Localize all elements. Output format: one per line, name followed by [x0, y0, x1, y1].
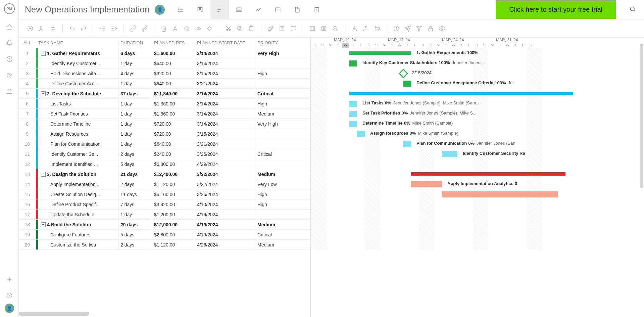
attachment-icon[interactable]: [265, 23, 276, 34]
task-row[interactable]: 16 Define Product Specif... 7 days $3,92…: [19, 199, 310, 210]
task-row[interactable]: 20 Customize the Softwa 2 days $1,120.00…: [19, 240, 310, 250]
task-row[interactable]: 6 List Tasks 1 day $1,360.00 3/14/2024 H…: [19, 99, 310, 109]
grid-icon[interactable]: [318, 23, 329, 34]
export-icon[interactable]: [360, 23, 371, 34]
gantt-task-bar[interactable]: [403, 81, 411, 87]
column-start-date[interactable]: PLANNED START DATE: [195, 40, 255, 45]
task-row[interactable]: 1 −1. Gather Requirements 6 days $1,600.…: [19, 48, 310, 58]
clock-icon[interactable]: [3, 52, 16, 66]
task-row[interactable]: 11 Identify Customer Se... 2 days $240.0…: [19, 149, 310, 159]
gantt-task-bar[interactable]: [349, 111, 357, 117]
task-row[interactable]: 18 −4.Build the Solution 20 days $12,000…: [19, 220, 310, 230]
bell-icon[interactable]: [3, 36, 16, 50]
gantt-task-bar[interactable]: [357, 131, 365, 137]
user-avatar[interactable]: 👤: [5, 304, 14, 313]
cut-icon[interactable]: [223, 23, 234, 34]
task-row[interactable]: 12 Implement Identified ... 5 days $6,80…: [19, 159, 310, 169]
collapse-toggle[interactable]: −: [41, 222, 46, 227]
task-row[interactable]: 19 Configure Features 5 days $2,800.00 4…: [19, 230, 310, 240]
column-duration[interactable]: DURATION: [118, 40, 152, 45]
comment-icon[interactable]: [288, 23, 299, 34]
gantt-task-bar[interactable]: [349, 101, 357, 107]
task-row[interactable]: 9 Assign Resources 1 day $720.00 3/15/20…: [19, 129, 310, 139]
redo-icon[interactable]: [78, 23, 89, 34]
print-icon[interactable]: [372, 23, 383, 34]
task-row[interactable]: 2 Identify Key Customer... 1 day $640.00…: [19, 58, 310, 69]
collapse-toggle[interactable]: −: [41, 172, 46, 177]
paste-icon[interactable]: [246, 23, 257, 34]
vertical-scrollbar[interactable]: [640, 44, 643, 188]
gantt-task-bar[interactable]: [442, 191, 558, 197]
gantt-summary-bar[interactable]: [349, 92, 573, 95]
task-row[interactable]: 3 Hold Discussions with... 4 days $320.0…: [19, 69, 310, 79]
gantt-view-tab[interactable]: [210, 0, 229, 19]
fill-color-icon[interactable]: [181, 23, 192, 34]
zoom-icon[interactable]: [330, 23, 341, 34]
milestone-icon[interactable]: [204, 23, 215, 34]
gantt-summary-bar[interactable]: [349, 51, 411, 55]
plus-icon[interactable]: [3, 273, 16, 286]
horizontal-scrollbar[interactable]: [19, 312, 89, 316]
collapse-toggle[interactable]: −: [41, 91, 46, 96]
lock-icon[interactable]: [425, 23, 436, 34]
team-icon[interactable]: [3, 69, 16, 82]
gantt-task-bar[interactable]: [411, 181, 442, 187]
project-owner-avatar[interactable]: 👤: [155, 5, 165, 15]
task-row[interactable]: 14 Apply Implementation... 2 days $1,120…: [19, 179, 310, 189]
info-icon[interactable]: [391, 23, 402, 34]
gantt-milestone[interactable]: [399, 69, 408, 78]
column-all[interactable]: ALL: [19, 40, 36, 45]
task-row[interactable]: 7 Set Task Priorities 1 day $1,360.00 3/…: [19, 109, 310, 119]
column-name[interactable]: TASK NAME: [36, 40, 118, 45]
unlink-icon[interactable]: [139, 23, 150, 34]
import-icon[interactable]: [349, 23, 360, 34]
link-icon[interactable]: [128, 23, 139, 34]
undo-icon[interactable]: [67, 23, 78, 34]
filter-icon[interactable]: [414, 23, 425, 34]
font-icon[interactable]: [170, 23, 181, 34]
task-row[interactable]: 13 −3. Design the Solution 21 days $12,4…: [19, 169, 310, 179]
gantt-task-bar[interactable]: [403, 141, 411, 147]
assign-icon[interactable]: [36, 23, 47, 34]
note-icon[interactable]: [277, 23, 287, 34]
app-logo[interactable]: PM: [4, 3, 15, 14]
gantt-task-bar[interactable]: [442, 151, 457, 157]
calendar-view-tab[interactable]: [268, 0, 288, 19]
svg-rect-67: [363, 30, 368, 31]
briefcase-icon[interactable]: [3, 85, 16, 98]
list-view-tab[interactable]: [171, 0, 190, 19]
sync-icon[interactable]: [48, 23, 58, 34]
board-view-tab[interactable]: [190, 0, 210, 19]
sheet-view-tab[interactable]: [229, 0, 249, 19]
send-icon[interactable]: [402, 23, 413, 34]
numbering-icon[interactable]: 123: [193, 23, 203, 34]
dashboard-view-tab[interactable]: [249, 0, 268, 19]
task-row[interactable]: 17 Update the Schedule 1 day $1,200.00 4…: [19, 210, 310, 220]
column-resources[interactable]: PLANNED RES...: [152, 40, 195, 45]
help-icon[interactable]: [3, 289, 16, 302]
task-row[interactable]: 4 Define Customer Acc... 1 day $640.00 3…: [19, 79, 310, 89]
gantt-task-bar[interactable]: [349, 60, 357, 66]
columns-icon[interactable]: [307, 23, 318, 34]
file-view-tab[interactable]: [288, 0, 307, 19]
indent-icon[interactable]: [109, 23, 119, 34]
settings-icon[interactable]: [437, 23, 447, 34]
trash-icon[interactable]: [158, 23, 169, 34]
risk-view-tab[interactable]: [307, 0, 327, 19]
svg-line-63: [336, 30, 338, 31]
gantt-task-bar[interactable]: [349, 121, 357, 127]
column-priority[interactable]: PRIORITY: [255, 40, 292, 45]
task-row[interactable]: 8 Determine Timeline 1 day $720.00 3/14/…: [19, 119, 310, 129]
svg-rect-18: [237, 8, 241, 12]
free-trial-cta[interactable]: Click here to start your free trial: [496, 0, 616, 19]
search-icon[interactable]: [629, 6, 636, 13]
task-row[interactable]: 15 Create Solution Desig... 11 days $6,1…: [19, 189, 310, 199]
gantt-summary-bar[interactable]: [411, 172, 565, 176]
collapse-toggle[interactable]: −: [41, 51, 46, 56]
add-task-icon[interactable]: [25, 23, 36, 34]
home-icon[interactable]: [3, 20, 16, 34]
outdent-icon[interactable]: [97, 23, 108, 34]
task-row[interactable]: 5 −2. Develop the Schedule 37 days $11,8…: [19, 89, 310, 99]
task-row[interactable]: 10 Plan for Communication 1 day $640.00 …: [19, 139, 310, 149]
copy-icon[interactable]: [235, 23, 245, 34]
